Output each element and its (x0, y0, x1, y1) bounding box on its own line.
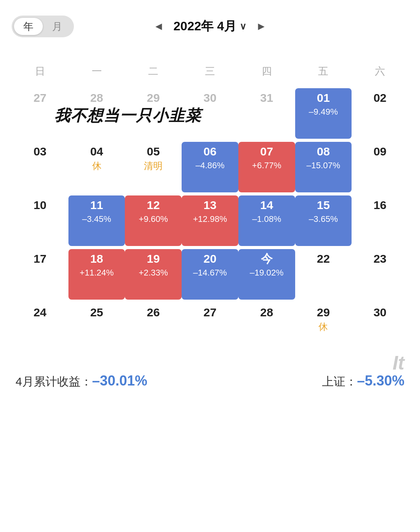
cal-day-number: 今 (261, 253, 273, 265)
cal-cell[interactable]: 22 (295, 249, 352, 300)
weekday-label: 四 (238, 61, 295, 82)
weekday-label: 二 (125, 61, 182, 82)
overlay-text: 我不想当一只小韭菜 (54, 105, 201, 126)
cal-label: 清明 (144, 160, 163, 172)
cal-day-number: 10 (33, 199, 46, 211)
weekday-label: 五 (295, 61, 352, 82)
cal-cell[interactable]: 04休 (68, 142, 125, 192)
cal-day-number: 06 (203, 146, 216, 157)
cal-cell[interactable]: 27 (182, 303, 238, 353)
cal-cell[interactable]: 30 (352, 303, 408, 353)
cal-day-number: 28 (260, 307, 273, 318)
cal-cell[interactable]: 03 (12, 142, 68, 192)
cal-percent: –19.02% (250, 268, 284, 278)
cal-cell[interactable]: 13+12.98% (182, 195, 238, 246)
footer: 4月累计收益：–30.01% 上证：–5.30% (12, 373, 408, 390)
cal-day-number: 02 (373, 92, 386, 104)
cal-percent: –14.67% (193, 268, 227, 278)
cal-day-number: 07 (260, 146, 273, 157)
cal-cell[interactable]: 今–19.02% (238, 249, 295, 300)
cal-cell[interactable]: 15–3.65% (295, 195, 352, 246)
cal-percent: +6.77% (252, 160, 281, 171)
cal-percent: +11.24% (80, 268, 114, 278)
cal-cell[interactable]: 23 (352, 249, 408, 300)
cal-day-number: 13 (203, 199, 216, 211)
weekday-label: 六 (352, 61, 408, 82)
toggle-month[interactable]: 月 (43, 18, 72, 35)
footer-right-label: 上证： (322, 375, 357, 388)
cal-day-number: 18 (90, 253, 103, 265)
cal-percent: +12.98% (193, 214, 227, 224)
cal-day-number: 30 (373, 307, 386, 318)
cal-day-number: 04 (90, 146, 103, 157)
cal-percent: +9.60% (139, 214, 168, 224)
weekday-label: 三 (182, 61, 238, 82)
cal-cell[interactable]: 31 (238, 88, 295, 139)
footer-left: 4月累计收益：–30.01% (16, 373, 147, 390)
footer-right: 上证：–5.30% (322, 373, 404, 390)
cal-cell[interactable]: 10 (12, 195, 68, 246)
cal-day-number: 27 (203, 307, 216, 318)
chevron-down-icon[interactable]: ∨ (240, 21, 247, 32)
cal-day-number: 29 (317, 307, 330, 318)
cal-percent: +2.33% (139, 268, 168, 278)
cal-day-number: 23 (373, 253, 386, 265)
cal-day-number: 09 (373, 146, 386, 157)
cal-percent: –4.86% (196, 160, 225, 171)
toggle-switch[interactable]: 年 月 (12, 16, 74, 37)
cal-day-number: 22 (317, 253, 330, 265)
calendar-grid: 272829303101–9.49%020304休05清明06–4.86%07+… (12, 88, 408, 353)
cal-cell[interactable]: 02 (352, 88, 408, 139)
footer-right-value: –5.30% (357, 373, 404, 389)
cal-cell[interactable]: 24 (12, 303, 68, 353)
cal-cell[interactable]: 18+11.24% (68, 249, 125, 300)
cal-cell[interactable]: 09 (352, 142, 408, 192)
cal-day-number: 29 (147, 92, 160, 104)
cal-cell[interactable]: 05清明 (125, 142, 182, 192)
nav-title: 2022年 4月 ∨ (173, 18, 247, 35)
cal-cell[interactable]: 20–14.67% (182, 249, 238, 300)
cal-day-number: 16 (373, 199, 386, 211)
cal-day-number: 14 (260, 199, 273, 211)
cal-percent: –9.49% (309, 107, 338, 117)
cal-day-number: 27 (33, 92, 46, 104)
cal-percent: –1.08% (252, 214, 281, 224)
prev-arrow[interactable]: ◄ (153, 20, 164, 33)
cal-day-number: 26 (147, 307, 160, 318)
header: 年 月 ◄ 2022年 4月 ∨ ► (12, 16, 408, 37)
cal-day-number: 19 (147, 253, 160, 265)
footer-left-label: 4月累计收益： (16, 375, 92, 388)
weekday-label: 一 (68, 61, 125, 82)
cal-cell[interactable]: 07+6.77% (238, 142, 295, 192)
cal-day-number: 01 (317, 92, 330, 104)
footer-left-value: –30.01% (92, 373, 147, 389)
cal-day-number: 03 (33, 146, 46, 157)
cal-day-number: 17 (33, 253, 46, 265)
cal-cell[interactable]: 29休 (295, 303, 352, 353)
cal-label: 休 (92, 160, 102, 172)
cal-day-number: 20 (203, 253, 216, 265)
cal-day-number: 30 (203, 92, 216, 104)
nav-center: ◄ 2022年 4月 ∨ ► (74, 18, 346, 35)
cal-percent: –3.45% (82, 214, 111, 224)
cal-cell[interactable]: 25 (68, 303, 125, 353)
next-arrow[interactable]: ► (256, 20, 267, 33)
cal-cell[interactable]: 08–15.07% (295, 142, 352, 192)
cal-cell[interactable]: 17 (12, 249, 68, 300)
cal-cell[interactable]: 26 (125, 303, 182, 353)
cal-cell[interactable]: 16 (352, 195, 408, 246)
cal-cell[interactable]: 06–4.86% (182, 142, 238, 192)
cal-day-number: 08 (317, 146, 330, 157)
cal-day-number: 12 (147, 199, 160, 211)
cal-cell[interactable]: 28 (238, 303, 295, 353)
cal-day-number: 15 (317, 199, 330, 211)
cal-cell[interactable]: 01–9.49% (295, 88, 352, 139)
cal-cell[interactable]: 11–3.45% (68, 195, 125, 246)
cal-cell[interactable]: 14–1.08% (238, 195, 295, 246)
cal-cell[interactable]: 12+9.60% (125, 195, 182, 246)
nav-title-text: 2022年 4月 (173, 18, 236, 35)
toggle-year[interactable]: 年 (14, 18, 43, 35)
cal-day-number: 31 (260, 92, 273, 104)
cal-label: 休 (318, 321, 328, 333)
cal-cell[interactable]: 19+2.33% (125, 249, 182, 300)
